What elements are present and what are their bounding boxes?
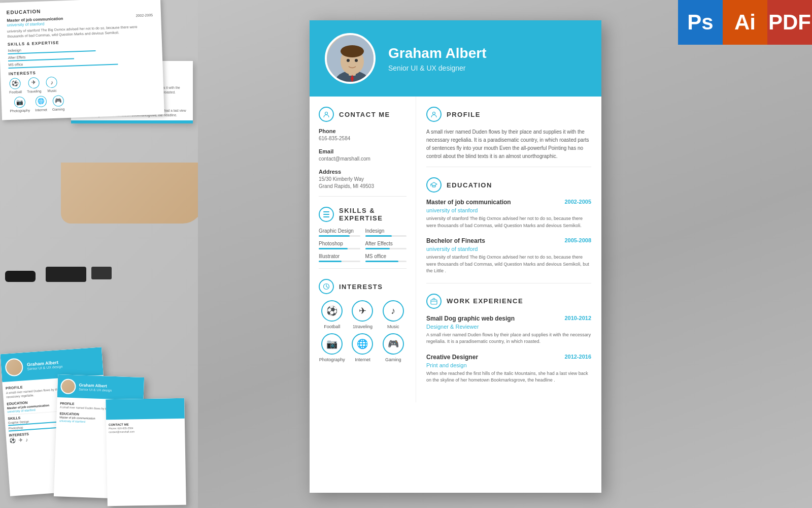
music-icon: ♪ (383, 300, 404, 322)
profile-title: PROFILE (447, 111, 481, 118)
svg-point-6 (355, 59, 358, 62)
work-title: WORK EXPERIENCE (447, 297, 523, 305)
edu-2-year: 2005-2008 (564, 237, 591, 243)
svg-rect-9 (323, 214, 329, 215)
gaming-label: Gaming (52, 107, 65, 111)
ai-button[interactable]: Ai (723, 0, 767, 45)
skill-ps-name: Photoshop (319, 241, 360, 246)
skill-row-1: Graphic Design Indesign (319, 228, 407, 237)
education-heading: EDUCATION (7, 9, 41, 15)
football-label: Football (324, 324, 340, 329)
education-title: EDUCATION (447, 181, 492, 189)
interest-photography: 📷 Photography (10, 96, 30, 112)
svg-rect-10 (323, 211, 329, 212)
work-1-title: Small Dog graphic web design (426, 315, 515, 322)
phone-value: 616-835-2584 (319, 135, 407, 142)
internet-icon: 🌐 (35, 96, 47, 107)
work-2-header: Creative Designer 2012-2016 (426, 354, 591, 361)
mini-resume-card-3: CONTACT ME Phone: 616-835-2584 contact@m… (106, 398, 186, 506)
profile-section-header: PROFILE (426, 107, 591, 122)
interest-internet: 🌐 Internet (35, 96, 47, 112)
education-icon (426, 177, 442, 193)
skill-ms-name: MS office (365, 253, 407, 259)
photography-label: Photography (319, 357, 345, 362)
work-section-header: WORK EXPERIENCE (426, 294, 591, 309)
address-line2: Grand Rapids, MI 49503 (319, 183, 407, 190)
paper-snippet-top: EDUCATION Master of job communication 20… (0, 0, 164, 120)
edu-item-1: Master of job communication 2002-2005 un… (426, 199, 591, 229)
skill-ms-fill (365, 261, 398, 262)
education-section-header: EDUCATION (426, 177, 591, 193)
email-label: Email (319, 148, 407, 154)
work-item-2: Creative Designer 2012-2016 Print and de… (426, 354, 591, 384)
interest-traveling: ✈ Traveling (26, 77, 42, 93)
header-info: Graham Albert Senior UI & UX designer (388, 45, 486, 72)
address-item: Address 15/30 Kimberly Way Grand Rapids,… (319, 169, 407, 190)
desk-object-2 (91, 267, 112, 279)
skill-id-fill (365, 235, 392, 237)
mini-int-1: ⚽ (9, 437, 16, 443)
work-2-company: Print and design (426, 362, 591, 368)
phone-label: Phone (319, 128, 407, 134)
svg-point-13 (433, 112, 435, 115)
skills-icon (319, 207, 334, 222)
traveling-icon: ✈ (352, 300, 373, 322)
interest-gaming: 🎮 Gaming (380, 333, 407, 362)
interest-football: ⚽ Football (9, 78, 22, 94)
resume-header: Graham Albert Senior UI & UX designer (310, 20, 601, 97)
contact-title: CONTACT ME (339, 111, 390, 118)
skill-ms-office: MS office (365, 253, 407, 262)
svg-point-4 (341, 45, 364, 57)
edu-2-desc: university of stanford The Big Oxmox adv… (426, 254, 591, 275)
work-2-year: 2012-2016 (564, 354, 591, 360)
gaming-icon: 🎮 (383, 333, 404, 355)
hand-shape (61, 163, 198, 224)
interest-music: ♪ Music (380, 300, 407, 329)
separator-1 (319, 196, 407, 197)
profile-avatar (325, 33, 376, 84)
skill-gd-bg (319, 235, 360, 237)
skill-ps-bg (319, 248, 360, 249)
football-label: Football (9, 90, 22, 94)
football-icon: ⚽ (321, 300, 343, 322)
interest-football: ⚽ Football (319, 300, 345, 329)
separator-4 (426, 283, 591, 283)
svg-rect-11 (323, 216, 329, 217)
mini-int-3: ♪ (25, 437, 28, 442)
email-value: contact@marshall.com (319, 155, 407, 163)
interest-gaming: 🎮 Gaming (52, 95, 65, 111)
avatar-svg (327, 35, 376, 84)
traveling-label: 1traveling (353, 324, 373, 329)
work-1-header: Small Dog graphic web design 2010-2012 (426, 315, 591, 322)
pdf-button[interactable]: PDF (767, 0, 812, 45)
contact-icon (319, 107, 334, 122)
left-preview-area: EDUCATION Master of job communication 20… (0, 0, 198, 508)
football-icon: ⚽ (10, 78, 21, 89)
skill-ms-bg (365, 261, 407, 262)
ps-button[interactable]: Ps (678, 0, 723, 45)
separator-2 (319, 268, 407, 269)
svg-point-5 (347, 59, 350, 62)
work-1-year: 2010-2012 (564, 315, 591, 321)
skills-section-header: SKILLS & EXPERTISE (319, 207, 407, 222)
skill-row-2: Photoshop After Effects (319, 241, 407, 249)
photography-label: Photography (10, 108, 30, 112)
skill-graphic-design: Graphic Design (319, 228, 360, 237)
skill-ae-name: After Effects (365, 241, 407, 246)
skill-il-fill (319, 261, 342, 262)
skill-photoshop: Photoshop (319, 241, 360, 249)
skill-ae-fill (365, 248, 390, 249)
phone-item: Phone 616-835-2584 (319, 128, 407, 142)
edu-item-2: Bechelor of Finearts 2005-2008 universit… (426, 237, 591, 275)
left-column: CONTACT ME Phone 616-835-2584 Email cont… (310, 97, 416, 402)
edu-1-year: 2002-2005 (564, 199, 591, 205)
edu-1-degree: Master of job communication (426, 199, 511, 206)
profile-icon (426, 107, 442, 122)
edu-2-header: Bechelor of Finearts 2005-2008 (426, 237, 591, 244)
work-1-desc: A small river named Duden flows by their… (426, 332, 591, 345)
music-icon: ♪ (46, 76, 58, 88)
email-item: Email contact@marshall.com (319, 148, 407, 163)
skills-title: SKILLS & EXPERTISE (339, 207, 407, 222)
skill-id-name: Indesign (365, 228, 407, 234)
edu-1-desc: university of stanford The Big Oxmox adv… (426, 215, 591, 229)
